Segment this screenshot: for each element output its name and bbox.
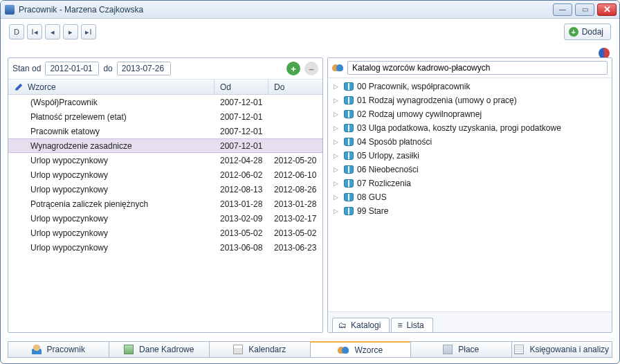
cell-od: 2013-01-28 xyxy=(215,199,268,209)
person-icon xyxy=(32,345,42,354)
grid-body[interactable]: (Współ)Pracownik2007-12-01Płatność przel… xyxy=(8,95,322,332)
chevron-right-icon[interactable]: ▷ xyxy=(334,194,340,201)
catalog-title-input[interactable] xyxy=(347,61,608,75)
cell-od: 2007-12-01 xyxy=(215,141,268,151)
wzorce-panel: Stan od do + – Wzorce Od Do (Współ)Praco… xyxy=(8,57,323,333)
cell-name: Urlop wypoczynkowy xyxy=(25,170,215,180)
col-wzorce[interactable]: Wzorce xyxy=(8,80,215,94)
tree-item[interactable]: ▷99 Stare xyxy=(331,204,609,218)
table-row[interactable]: (Współ)Pracownik2007-12-01 xyxy=(8,95,322,109)
date-from-input[interactable] xyxy=(45,62,99,75)
book-icon xyxy=(344,138,354,146)
table-row[interactable]: Wynagrodzenie zasadnicze2007-12-01 xyxy=(8,138,322,153)
book-icon xyxy=(344,193,354,201)
tab-pracownik[interactable]: Pracownik xyxy=(8,341,109,358)
calendar-icon xyxy=(233,345,243,354)
tree-item-label: 01 Rodzaj wynagrodzenia (umowy o pracę) xyxy=(357,95,517,105)
cell-od: 2012-08-13 xyxy=(215,185,268,194)
table-row[interactable]: Urlop wypoczynkowy2012-06-022012-06-10 xyxy=(8,167,322,182)
close-button[interactable]: ✕ xyxy=(597,3,617,16)
grid-header: Wzorce Od Do xyxy=(8,80,322,95)
list-icon: ≡ xyxy=(397,320,402,330)
cell-name: (Współ)Pracownik xyxy=(25,98,215,107)
col-od[interactable]: Od xyxy=(215,80,268,94)
cell-name: Pracownik etatowy xyxy=(25,127,215,136)
plus-icon: + xyxy=(569,27,578,37)
cell-do: 2012-08-26 xyxy=(268,185,322,194)
tab-lista[interactable]: ≡ Lista xyxy=(391,318,432,332)
cell-od: 2013-02-09 xyxy=(215,214,268,224)
cell-od: 2007-12-01 xyxy=(215,98,268,107)
table-row[interactable]: Urlop wypoczynkowy2013-06-082013-06-23 xyxy=(8,240,322,255)
tree-icon: 🗂 xyxy=(338,320,347,330)
table-row[interactable]: Płatność przelewem (etat)2007-12-01 xyxy=(8,109,322,124)
tree-item-label: 08 GUS xyxy=(357,192,387,202)
maximize-button[interactable]: ▭ xyxy=(575,3,594,16)
cell-name: Wynagrodzenie zasadnicze xyxy=(25,141,215,151)
minimize-button[interactable]: — xyxy=(553,3,572,16)
tree-item[interactable]: ▷05 Urlopy, zasiłki xyxy=(331,149,609,163)
cell-od: 2007-12-01 xyxy=(215,127,268,136)
tree-item[interactable]: ▷00 Pracownik, współpracownik xyxy=(331,80,609,93)
table-row[interactable]: Potrącenia zaliczek pieniężnych2013-01-2… xyxy=(8,197,322,211)
catalog-tree[interactable]: ▷00 Pracownik, współpracownik▷01 Rodzaj … xyxy=(328,78,612,311)
tree-item-label: 99 Stare xyxy=(357,206,388,216)
nav-first-icon[interactable]: I◂ xyxy=(27,24,42,39)
tab-wzorce[interactable]: Wzorce xyxy=(310,341,412,358)
people-icon xyxy=(332,63,343,73)
chevron-right-icon[interactable]: ▷ xyxy=(334,125,340,131)
table-row[interactable]: Pracownik etatowy2007-12-01 xyxy=(8,124,322,138)
cell-do: 2013-05-02 xyxy=(268,228,322,238)
tab-ksiegowania[interactable]: Księgowania i analizy xyxy=(511,341,613,358)
date-to-input[interactable] xyxy=(117,62,171,75)
tree-item-label: 00 Pracownik, współpracownik xyxy=(357,82,470,91)
tree-item[interactable]: ▷07 Rozliczenia xyxy=(331,176,609,190)
cell-do: 2012-06-10 xyxy=(268,170,322,180)
tree-item[interactable]: ▷02 Rodzaj umowy cywilnoprawnej xyxy=(331,107,609,121)
table-row[interactable]: Urlop wypoczynkowy2012-08-132012-08-26 xyxy=(8,182,322,197)
nav-next-icon[interactable]: ▸ xyxy=(63,24,78,39)
nav-start-icon[interactable]: D xyxy=(9,24,24,39)
table-row[interactable]: Urlop wypoczynkowy2013-05-022013-05-02 xyxy=(8,226,322,240)
cell-name: Urlop wypoczynkowy xyxy=(25,156,215,165)
cell-od: 2012-06-02 xyxy=(215,170,268,180)
tree-item-label: 05 Urlopy, zasiłki xyxy=(357,151,419,161)
cell-name: Płatność przelewem (etat) xyxy=(25,112,215,122)
filter-remove-button[interactable]: – xyxy=(304,62,318,75)
catalog-panel: ▷00 Pracownik, współpracownik▷01 Rodzaj … xyxy=(327,57,612,333)
table-row[interactable]: Urlop wypoczynkowy2013-02-092013-02-17 xyxy=(8,211,322,226)
cell-od: 2007-12-01 xyxy=(215,112,268,122)
tree-item[interactable]: ▷04 Sposób płatności xyxy=(331,135,609,149)
tab-dane-kadrowe[interactable]: Dane Kadrowe xyxy=(109,341,210,358)
chevron-right-icon[interactable]: ▷ xyxy=(334,83,340,90)
cell-name: Urlop wypoczynkowy xyxy=(25,228,215,238)
chevron-right-icon[interactable]: ▷ xyxy=(334,111,340,118)
nav-prev-icon[interactable]: ◂ xyxy=(45,24,60,39)
tree-item[interactable]: ▷06 Nieobecności xyxy=(331,163,609,176)
people-icon xyxy=(338,345,349,355)
book-icon xyxy=(344,124,354,132)
tree-item-label: 02 Rodzaj umowy cywilnoprawnej xyxy=(357,109,482,119)
chevron-right-icon[interactable]: ▷ xyxy=(334,180,340,187)
table-row[interactable]: Urlop wypoczynkowy2012-04-282012-05-20 xyxy=(8,153,322,167)
stan-od-label: Stan od xyxy=(12,64,41,73)
chevron-right-icon[interactable]: ▷ xyxy=(334,208,340,215)
tree-item[interactable]: ▷01 Rodzaj wynagrodzenia (umowy o pracę) xyxy=(331,93,609,107)
cell-do: 2013-06-23 xyxy=(268,243,322,253)
cell-od: 2012-04-28 xyxy=(215,156,268,165)
tab-katalogi[interactable]: 🗂 Katalogi xyxy=(332,318,390,332)
filter-add-button[interactable]: + xyxy=(286,62,300,75)
tab-place[interactable]: Płace xyxy=(410,341,512,358)
add-button[interactable]: + Dodaj xyxy=(564,24,611,40)
tab-kalendarz[interactable]: Kalendarz xyxy=(209,341,311,358)
tree-item[interactable]: ▷03 Ulga podatkowa, koszty uzyskania, pr… xyxy=(331,121,609,135)
nav-last-icon[interactable]: ▸I xyxy=(81,24,96,39)
col-do[interactable]: Do xyxy=(268,80,322,94)
chevron-right-icon[interactable]: ▷ xyxy=(334,152,340,159)
chevron-right-icon[interactable]: ▷ xyxy=(334,166,340,173)
tree-item[interactable]: ▷08 GUS xyxy=(331,190,609,204)
cell-do: 2012-05-20 xyxy=(268,156,322,165)
chevron-right-icon[interactable]: ▷ xyxy=(334,138,340,145)
tree-item-label: 07 Rozliczenia xyxy=(357,179,411,188)
chevron-right-icon[interactable]: ▷ xyxy=(334,97,340,104)
